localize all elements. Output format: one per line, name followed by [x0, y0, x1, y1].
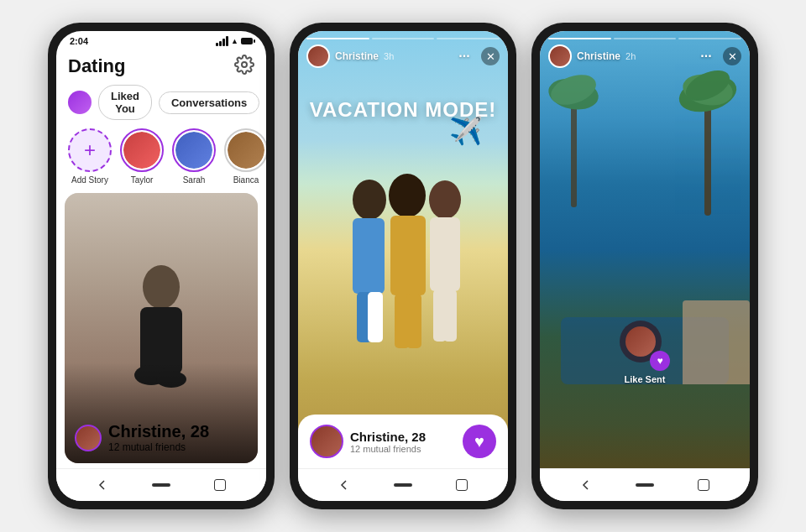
- resort-bg: [540, 31, 750, 468]
- status-icons: ▲: [216, 36, 253, 46]
- bottom-nav-2: [298, 468, 508, 501]
- home-button-3[interactable]: [636, 476, 654, 494]
- phone-2: Christine 3h ··· ✕ VACATION MODE! ✈️: [290, 23, 516, 509]
- settings-button[interactable]: [234, 55, 254, 78]
- svg-rect-10: [390, 216, 426, 295]
- story-photo-bianca: [228, 132, 264, 169]
- phone-1: 2:04 ▲ Dating: [48, 23, 275, 509]
- svg-point-13: [429, 180, 461, 219]
- home-button-1[interactable]: [152, 476, 170, 494]
- close-icon-3: ✕: [728, 50, 737, 63]
- dating-header: Dating: [56, 48, 266, 81]
- back-button-2[interactable]: [335, 476, 353, 494]
- story-username-2: Christine: [335, 50, 379, 62]
- svg-rect-14: [430, 217, 460, 291]
- progress-seg-1: [306, 38, 369, 39]
- story-label-add: Add Story: [71, 175, 108, 185]
- close-icon-2: ✕: [486, 50, 495, 63]
- beach-bg: [298, 31, 508, 468]
- back-button-3[interactable]: [577, 476, 595, 494]
- square-button-3[interactable]: [694, 476, 713, 494]
- story-user-row-3: Christine 2h ··· ✕: [548, 44, 741, 68]
- phone1-content: Dating Liked You Conversations +: [56, 48, 266, 468]
- svg-point-1: [143, 265, 180, 309]
- plane-emoji: ✈️: [449, 115, 483, 147]
- svg-rect-16: [443, 289, 457, 342]
- story-progress-2: [306, 38, 500, 39]
- bottom-nav-1: [56, 468, 266, 501]
- story-top-bar-2: Christine 3h ··· ✕: [298, 31, 508, 71]
- story-sarah[interactable]: Sarah: [172, 128, 216, 185]
- story-actions-2: ··· ✕: [454, 46, 500, 66]
- story-time-2: 3h: [384, 51, 394, 61]
- stories-row: + Add Story Taylor: [56, 127, 266, 193]
- story-progress-3: [548, 38, 741, 39]
- signal-icon: [216, 36, 228, 46]
- story-close-button-2[interactable]: ✕: [481, 47, 500, 65]
- story-actions-3: ··· ✕: [696, 46, 741, 66]
- card-sub: 12 mutual friends: [108, 441, 209, 453]
- story-user-left-3: Christine 2h: [548, 44, 636, 68]
- story-photo-taylor: [123, 132, 160, 169]
- story-more-button-3[interactable]: ···: [696, 46, 716, 66]
- card-name: Christine, 28: [108, 422, 209, 441]
- story-username-3: Christine: [577, 50, 620, 62]
- like-sent-label: Like Sent: [625, 374, 666, 384]
- story-bottom-avatar-2: [310, 425, 343, 458]
- back-button-1[interactable]: [93, 476, 112, 494]
- card-avatar: [75, 425, 102, 451]
- story-bottom-sub-2: 12 mutual friends: [350, 444, 426, 454]
- status-bar-1: 2:04 ▲: [56, 31, 266, 48]
- story-bianca[interactable]: Bianca: [224, 128, 266, 185]
- svg-point-0: [242, 62, 247, 67]
- story-screen-2: Christine 3h ··· ✕ VACATION MODE! ✈️: [298, 31, 508, 468]
- svg-rect-12: [406, 294, 421, 348]
- bottom-nav-3: [540, 468, 750, 501]
- card-info: Christine, 28 12 mutual friends: [108, 422, 209, 453]
- story-circle-sarah[interactable]: [172, 128, 216, 172]
- tab-liked-you[interactable]: Liked You: [98, 85, 152, 120]
- story-more-button-2[interactable]: ···: [454, 46, 474, 66]
- home-button-2[interactable]: [394, 476, 412, 494]
- svg-rect-8: [368, 292, 383, 342]
- tabs-row: Liked You Conversations: [56, 81, 266, 127]
- story-photo-sarah: [175, 132, 212, 169]
- phone-3: Christine 2h ··· ✕: [531, 23, 758, 509]
- story-circle-taylor[interactable]: [120, 128, 164, 172]
- story-circle-bianca[interactable]: [224, 128, 266, 172]
- square-button-2[interactable]: [453, 476, 471, 494]
- story-time-3: 2h: [625, 51, 636, 61]
- svg-rect-17: [704, 98, 711, 216]
- story-user-avatar-3: [548, 44, 572, 68]
- square-button-1[interactable]: [211, 476, 229, 494]
- plus-icon: +: [84, 140, 96, 160]
- story-label-sarah: Sarah: [183, 175, 206, 185]
- progress-seg-3-1: [548, 38, 611, 39]
- svg-rect-21: [571, 98, 577, 207]
- story-taylor[interactable]: Taylor: [120, 128, 164, 185]
- dots-icon-2: ···: [458, 49, 469, 64]
- story-close-button-3[interactable]: ✕: [723, 47, 741, 65]
- story-bottom-left-2: Christine, 28 12 mutual friends: [310, 425, 426, 458]
- add-story-circle[interactable]: +: [68, 128, 112, 172]
- like-sent-container: ♥ Like Sent: [620, 321, 670, 384]
- battery-icon: [241, 38, 253, 44]
- story-add[interactable]: + Add Story: [68, 128, 112, 185]
- story-label-bianca: Bianca: [233, 175, 259, 185]
- story-screen-3: Christine 2h ··· ✕: [540, 31, 750, 468]
- story-user-avatar-2: [306, 44, 330, 68]
- dots-icon-3: ···: [700, 49, 711, 64]
- user-avatar-tab: [68, 91, 92, 114]
- story-label-taylor: Taylor: [131, 175, 154, 185]
- tab-conversations[interactable]: Conversations: [159, 91, 259, 114]
- heart-icon-2: ♥: [474, 432, 484, 451]
- svg-rect-6: [353, 218, 385, 294]
- main-card[interactable]: Christine, 28 12 mutual friends: [65, 193, 258, 463]
- like-button-2[interactable]: ♥: [463, 425, 496, 458]
- like-heart-badge: ♥: [650, 351, 670, 371]
- wifi-icon: ▲: [231, 37, 238, 45]
- story-user-row-2: Christine 3h ··· ✕: [306, 44, 500, 68]
- story-bottom-info-2: Christine, 28 12 mutual friends: [350, 430, 426, 454]
- story-bottom-card-2: Christine, 28 12 mutual friends ♥: [298, 415, 508, 468]
- progress-seg-3-3: [678, 38, 741, 39]
